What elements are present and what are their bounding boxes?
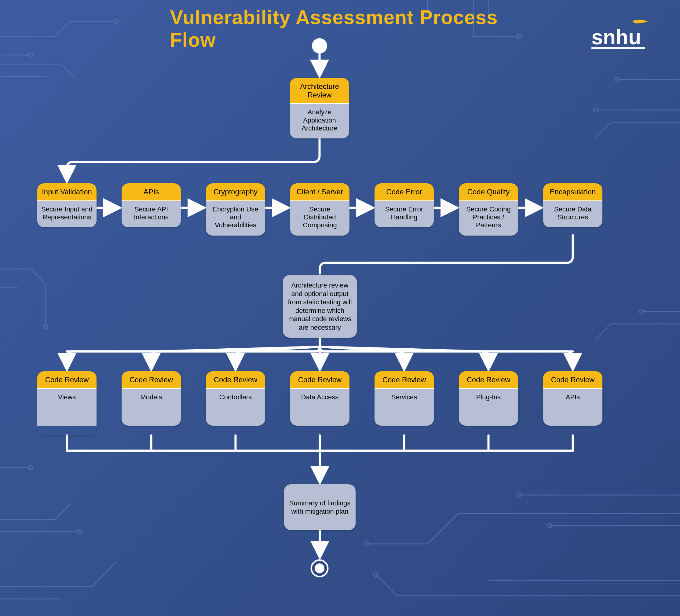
node-header: APIs [121, 183, 181, 201]
node-header: Code Review [121, 371, 181, 389]
node-body: Encryption Use and Vulnerabilities [206, 201, 265, 235]
input-validation-node: Input Validation Secure Input and Repres… [37, 183, 96, 227]
svg-point-17 [315, 563, 324, 573]
node-header: Code Review [290, 371, 349, 389]
code-review-views-node: Code Review Views [37, 371, 96, 436]
code-quality-node: Code Quality Secure Coding Practices / P… [459, 183, 518, 235]
node-header: Encapsulation [543, 183, 602, 201]
node-body: APIs [543, 389, 602, 426]
cryptography-node: Cryptography Encryption Use and Vulnerab… [206, 183, 265, 235]
node-body: Views [37, 389, 96, 426]
node-header: Code Error [374, 183, 434, 201]
svg-point-12 [364, 542, 369, 546]
node-body: Secure API Interactions [121, 201, 181, 228]
code-review-models-node: Code Review Models [121, 371, 181, 426]
svg-point-6 [44, 325, 48, 329]
code-error-node: Code Error Secure Error Handling [374, 183, 434, 227]
architecture-review-node: Architecture Review Analyze Application … [290, 78, 349, 138]
summary-box: Summary of findings with mitigation plan [284, 484, 356, 530]
node-body: Secure Data Structures [543, 201, 602, 228]
code-review-controllers-node: Code Review Controllers [206, 371, 265, 426]
svg-point-11 [548, 524, 552, 528]
code-review-apis-node: Code Review APIs [543, 371, 602, 426]
end-node [310, 559, 329, 578]
node-header: Code Review [37, 371, 96, 389]
node-header: Cryptography [206, 183, 265, 201]
node-header: Code Review [543, 371, 602, 389]
node-body: Secure Input and Representations [37, 201, 96, 228]
node-body: Controllers [206, 389, 265, 426]
client-server-node: Client / Server Secure Distributed Compo… [290, 183, 349, 235]
node-body: Data Access [290, 389, 349, 426]
svg-text:snhu: snhu [591, 25, 641, 49]
svg-rect-15 [591, 47, 645, 49]
node-body: Models [121, 389, 181, 426]
code-review-data-access-node: Code Review Data Access [290, 371, 349, 426]
node-body: Secure Coding Practices / Patterns [459, 201, 518, 235]
node-header: Architecture Review [290, 78, 349, 104]
review-note-box: Architecture review and optional output … [283, 275, 357, 338]
svg-point-8 [28, 465, 33, 470]
apis-node: APIs Secure API Interactions [121, 183, 181, 227]
node-body: Analyze Application Architecture [290, 104, 349, 138]
code-review-plugins-node: Code Review Plug-Ins [459, 371, 518, 426]
code-review-services-node: Code Review Services [374, 371, 434, 426]
page-title: Vulnerability Assessment Process Flow [170, 6, 510, 51]
snhu-logo: snhu [588, 18, 649, 53]
node-header: Code Review [206, 371, 265, 389]
svg-point-7 [640, 310, 644, 314]
svg-point-13 [374, 572, 378, 577]
svg-point-4 [615, 77, 619, 82]
node-header: Code Review [374, 371, 434, 389]
node-header: Client / Server [290, 183, 349, 201]
node-body: Secure Error Handling [374, 201, 434, 228]
node-body: Secure Distributed Composing [290, 201, 349, 235]
node-header: Code Review [459, 371, 518, 389]
node-body: Services [374, 389, 434, 426]
svg-point-10 [517, 493, 521, 497]
svg-point-9 [77, 530, 82, 534]
svg-point-5 [594, 108, 598, 112]
node-header: Input Validation [37, 183, 96, 201]
node-header: Code Quality [459, 183, 518, 201]
node-body: Plug-Ins [459, 389, 518, 426]
svg-point-0 [114, 19, 118, 24]
svg-point-1 [28, 53, 33, 57]
encapsulation-node: Encapsulation Secure Data Structures [543, 183, 602, 227]
svg-point-3 [517, 34, 521, 39]
